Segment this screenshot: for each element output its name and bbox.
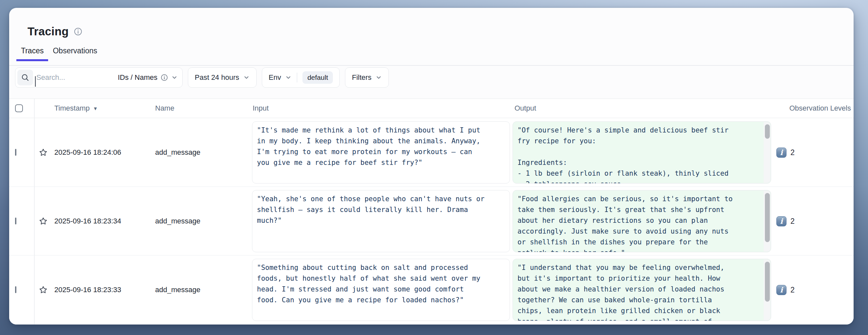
chevron-down-icon — [171, 74, 178, 81]
table-row[interactable]: 2025-09-16 18:23:34 add_message "Yeah, s… — [9, 187, 854, 256]
column-header-timestamp[interactable]: Timestamp ▼ — [52, 104, 153, 112]
observation-count: 2 — [790, 148, 795, 157]
input-preview[interactable]: "Yeah, she's one of those people who can… — [252, 190, 510, 252]
search-mode-label: IDs / Names — [118, 73, 157, 82]
trace-name[interactable]: add_message — [153, 286, 251, 294]
observation-count: 2 — [790, 286, 795, 295]
trace-timestamp[interactable]: 2025-09-16 18:24:06 — [52, 148, 153, 157]
observation-levels-cell: i 2 — [773, 147, 854, 158]
info-level-badge-icon: i — [776, 216, 786, 226]
tab-observations[interactable]: Observations — [48, 46, 102, 61]
output-preview[interactable]: "Of course! Here's a simple and deliciou… — [513, 121, 771, 183]
tabbar-divider — [9, 65, 854, 66]
env-label: Env — [269, 73, 281, 82]
row-checkbox[interactable] — [15, 149, 17, 156]
input-preview[interactable]: "It's made me rethink a lot of things ab… — [252, 121, 510, 183]
output-preview[interactable]: "I understand that you may be feeling ov… — [513, 259, 771, 321]
chevron-down-icon — [375, 74, 382, 81]
star-icon — [39, 216, 48, 226]
row-checkbox[interactable] — [15, 217, 17, 225]
info-level-badge-icon: i — [776, 285, 786, 295]
search-box: IDs / Names — [15, 67, 183, 88]
search-input-wrap — [35, 73, 118, 82]
text-caret — [35, 76, 36, 87]
scrollbar-thumb[interactable] — [765, 124, 770, 139]
trace-timestamp[interactable]: 2025-09-16 18:23:34 — [52, 217, 153, 225]
env-dropdown[interactable]: Env default — [262, 67, 340, 88]
trace-name[interactable]: add_message — [153, 217, 251, 225]
search-icon — [21, 73, 29, 82]
env-value-badge: default — [303, 71, 333, 84]
title-info-icon[interactable] — [74, 28, 82, 36]
row-checkbox[interactable] — [15, 286, 17, 293]
time-range-label: Past 24 hours — [195, 73, 239, 82]
desktop-background: Tracing Traces Observations — [0, 0, 868, 335]
trace-name[interactable]: add_message — [153, 148, 251, 157]
column-header-output[interactable]: Output — [513, 104, 773, 112]
search-mode-dropdown[interactable]: IDs / Names — [118, 73, 178, 82]
tab-traces[interactable]: Traces — [17, 46, 48, 61]
traces-table: Timestamp ▼ Name Input Output Observatio… — [9, 98, 854, 325]
env-divider — [297, 73, 298, 82]
column-header-input[interactable]: Input — [251, 104, 513, 112]
toolbar: IDs / Names Past 24 hours — [15, 67, 389, 88]
output-preview[interactable]: "Food allergies can be serious, so it's … — [513, 190, 771, 252]
sort-desc-icon[interactable]: ▼ — [93, 106, 98, 111]
tracing-window: Tracing Traces Observations — [9, 8, 854, 325]
star-icon — [39, 148, 48, 157]
chevron-down-icon — [243, 74, 250, 81]
table-header-row: Timestamp ▼ Name Input Output Observatio… — [9, 99, 854, 118]
chevron-down-icon — [285, 74, 291, 81]
tab-bar: Traces Observations — [17, 46, 102, 61]
search-input[interactable] — [35, 73, 118, 82]
select-column-divider — [34, 99, 35, 325]
filters-label: Filters — [352, 73, 371, 82]
scrollbar-thumb[interactable] — [765, 193, 770, 242]
trace-timestamp[interactable]: 2025-09-16 18:23:33 — [52, 286, 153, 294]
star-icon — [39, 285, 48, 295]
page-header: Tracing — [28, 25, 82, 38]
observation-count: 2 — [790, 217, 795, 226]
observation-levels-cell: i 2 — [773, 285, 854, 295]
table-row[interactable]: 2025-09-16 18:23:33 add_message "Somethi… — [9, 256, 854, 324]
column-header-name[interactable]: Name — [153, 104, 251, 112]
filters-dropdown[interactable]: Filters — [345, 67, 389, 88]
info-level-badge-icon: i — [776, 147, 786, 158]
column-header-observation-levels[interactable]: Observation Levels — [773, 104, 854, 112]
select-all-checkbox[interactable] — [15, 104, 23, 112]
observation-levels-cell: i 2 — [773, 216, 854, 226]
page-title: Tracing — [28, 25, 69, 38]
scrollbar-thumb[interactable] — [765, 262, 770, 302]
time-range-dropdown[interactable]: Past 24 hours — [188, 67, 257, 88]
table-row[interactable]: 2025-09-16 18:24:06 add_message "It's ma… — [9, 118, 854, 187]
search-icon-button[interactable] — [17, 70, 33, 86]
search-mode-info-icon — [161, 74, 168, 81]
input-preview[interactable]: "Something about cutting back on salt an… — [252, 259, 510, 321]
